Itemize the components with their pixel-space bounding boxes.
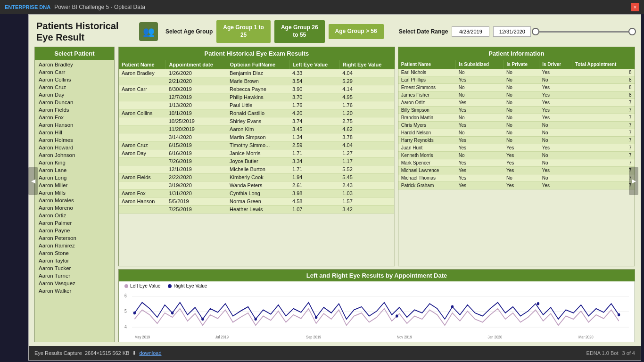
- exam-table-wrapper[interactable]: Patient NameAppointment dateOptician Ful…: [119, 60, 395, 266]
- sidebar-patient-item[interactable]: Aaron Hill: [35, 129, 114, 136]
- sidebar-patient-item[interactable]: Aaron Carr: [35, 68, 114, 76]
- chart-container: Left and Right Eye Results by Appointmen…: [118, 269, 635, 342]
- sidebar-patient-item[interactable]: Aaron Taylor: [35, 257, 114, 264]
- chart-legend: Left Eye ValueRight Eye Value: [119, 281, 635, 290]
- info-table-cell: No: [539, 152, 572, 159]
- info-table-cell: Aaron Ortiz: [398, 99, 456, 107]
- info-table-cell: No: [539, 122, 572, 129]
- exam-table-cell: Michelle Burton: [227, 165, 289, 173]
- sidebar-patient-item[interactable]: Aaron King: [35, 159, 114, 166]
- info-table-cell: Ernest Simmons: [398, 84, 456, 91]
- date-slider[interactable]: [535, 27, 633, 36]
- sidebar-patient-item[interactable]: Aaron Tucker: [35, 264, 114, 272]
- sidebar-patient-item[interactable]: Aaron Fields: [35, 106, 114, 114]
- sidebar-patient-item[interactable]: Aaron Palmer: [35, 219, 114, 227]
- filename-label: Eye Results Capture: [34, 350, 82, 356]
- patient-list[interactable]: Aaron BradleyAaron CarrAaron CollinsAaro…: [35, 60, 114, 342]
- sidebar-patient-item[interactable]: Aaron Fox: [35, 114, 114, 121]
- nav-left-arrow[interactable]: ◀: [28, 167, 38, 195]
- info-table-cell: No: [504, 69, 539, 76]
- sidebar-patient-item[interactable]: Aaron Holmes: [35, 136, 114, 144]
- svg-text:Sep 2019: Sep 2019: [306, 334, 321, 339]
- sidebar-patient-item[interactable]: Aaron Payne: [35, 227, 114, 234]
- sidebar-patient-item[interactable]: Aaron Vasquez: [35, 280, 114, 287]
- sidebar-patient-item[interactable]: Aaron Cruz: [35, 83, 114, 91]
- exam-table-cell: 2.43: [339, 181, 394, 189]
- info-table-container: Patient Information Patient NameIs Subsi…: [398, 47, 635, 266]
- exam-table-cell: Aaron Carr: [119, 85, 166, 93]
- sidebar-patient-item[interactable]: Aaron Bradley: [35, 61, 114, 68]
- date-start-input[interactable]: [452, 26, 489, 37]
- svg-point-15: [255, 318, 257, 321]
- exam-table-cell: Aaron Fox: [119, 189, 166, 197]
- age-group-3-button[interactable]: Age Group > 56: [329, 24, 384, 39]
- exam-table-cell: 12/7/2019: [166, 93, 227, 101]
- sidebar-patient-item[interactable]: Aaron Moreno: [35, 204, 114, 212]
- exam-table-cell: 3.70: [289, 93, 339, 101]
- legend-label: Left Eye Value: [130, 283, 160, 288]
- exam-table-row: Aaron Collins10/1/2019Ronald Castillo4.2…: [119, 109, 394, 117]
- sidebar-patient-item[interactable]: Aaron Mills: [35, 189, 114, 197]
- exam-table-cell: Aaron Hanson: [119, 197, 166, 206]
- sidebar-patient-item[interactable]: Aaron Miller: [35, 181, 114, 189]
- sidebar-patient-item[interactable]: Aaron Collins: [35, 76, 114, 83]
- info-table-row: Chris MyersYesNoNo7: [398, 122, 635, 129]
- app-icon: 👥: [139, 22, 158, 41]
- download-link[interactable]: download: [139, 350, 161, 356]
- info-table-cell: Yes: [539, 84, 572, 91]
- info-table-row: Michael LawrenceYesYesYes7: [398, 167, 635, 174]
- exam-table-cell: 5.45: [339, 173, 394, 181]
- exam-table-cell: Shirley Evans: [227, 117, 289, 125]
- exam-table-cell: 1/13/2020: [166, 101, 227, 109]
- info-table-cell: 8: [572, 84, 635, 91]
- sidebar-patient-item[interactable]: Aaron Howard: [35, 144, 114, 151]
- sidebar-patient-item[interactable]: Aaron Morales: [35, 197, 114, 204]
- info-table-cell: No: [504, 137, 539, 144]
- info-col-header: Is Driver: [539, 60, 572, 69]
- sidebar-patient-item[interactable]: Aaron Ramirez: [35, 242, 114, 249]
- exam-table-cell: Aaron Kim: [227, 125, 289, 133]
- sidebar-patient-item[interactable]: Aaron Walker: [35, 287, 114, 295]
- age-group-1-button[interactable]: Age Group 1 to25: [216, 20, 271, 42]
- sidebar-patient-item[interactable]: Aaron Long: [35, 174, 114, 181]
- sidebar-patient-item[interactable]: Aaron Hanson: [35, 121, 114, 129]
- info-table-cell: Yes: [539, 107, 572, 114]
- sidebar-patient-item[interactable]: Aaron Ortiz: [35, 212, 114, 219]
- info-table-cell: No: [504, 122, 539, 129]
- exam-col-header: Optician FullName: [227, 60, 289, 69]
- info-table-row: Juan HuntYesYesYes7: [398, 144, 635, 152]
- exam-table-cell: Aaron Bradley: [119, 69, 166, 77]
- close-button[interactable]: ×: [631, 3, 639, 11]
- info-table-cell: Yes: [456, 159, 504, 167]
- svg-point-12: [133, 312, 136, 315]
- exam-table-cell: Paul Little: [227, 101, 289, 109]
- info-table-row: Billy SimpsonYesNoYes7: [398, 107, 635, 114]
- svg-point-13: [171, 312, 173, 315]
- info-table-wrapper[interactable]: Patient NameIs SubsidizedIs PrivateIs Dr…: [398, 60, 635, 266]
- page-title: Patients Historical Eye Result: [36, 20, 135, 43]
- exam-table-row: Aaron Carr8/30/2019Rebecca Payne3.904.14: [119, 85, 394, 93]
- sidebar-patient-item[interactable]: Aaron Lane: [35, 166, 114, 174]
- nav-right-arrow[interactable]: ▶: [629, 167, 638, 195]
- sidebar-patient-item[interactable]: Aaron Turner: [35, 272, 114, 280]
- sidebar-patient-item[interactable]: Aaron Day: [35, 91, 114, 99]
- sidebar-patient-item[interactable]: Aaron Johnson: [35, 151, 114, 159]
- exam-table-cell: 11/20/2019: [166, 125, 227, 133]
- info-table-cell: Yes: [456, 107, 504, 114]
- age-group-2-button[interactable]: Age Group 26to 55: [274, 20, 325, 42]
- sidebar-patient-item[interactable]: Aaron Peterson: [35, 234, 114, 242]
- exam-table-cell: [119, 206, 166, 214]
- info-table-row: Michael ThomasYesNoNo7: [398, 174, 635, 182]
- slider-thumb-right[interactable]: [628, 28, 636, 35]
- info-table-cell: 7: [572, 129, 635, 137]
- date-end-input[interactable]: [493, 26, 531, 37]
- slider-thumb-left[interactable]: [532, 28, 539, 35]
- info-table-cell: 8: [572, 91, 635, 99]
- exam-table-cell: 3.90: [289, 85, 339, 93]
- exam-table-cell: [119, 101, 166, 109]
- info-table-cell: No: [504, 107, 539, 114]
- exam-table-cell: 1.76: [289, 101, 339, 109]
- sidebar-patient-item[interactable]: Aaron Stone: [35, 249, 114, 257]
- sidebar-patient-item[interactable]: Aaron Duncan: [35, 99, 114, 106]
- exam-table-cell: 7/25/2019: [166, 206, 227, 214]
